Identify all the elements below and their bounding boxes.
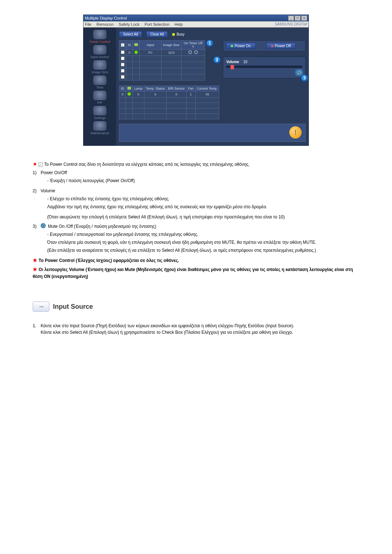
sidebar-item-input-source[interactable]: Input Source [85, 45, 114, 59]
volume-value: 10 [243, 60, 247, 64]
menubar: File Remocon Safety Lock Port Selection … [83, 21, 309, 28]
sidebar-item-pip[interactable]: PIP [85, 91, 114, 104]
volume-slider[interactable] [226, 66, 302, 68]
close-button[interactable]: × [301, 16, 307, 21]
power-on-dot-icon [231, 45, 233, 47]
num: 1. [33, 323, 38, 336]
item-3-c: (Εάν επιλέξετε να αναιρέσετε τις επιλογέ… [47, 247, 359, 254]
ol1b-text: Κάντε κλικ στο Select All (Επιλογή όλων)… [41, 330, 293, 335]
control-panel: Power On Power Off Volume 10 🔊 3 [223, 40, 306, 78]
busy-indicator: Busy [172, 32, 184, 36]
lead-text: Το Power Control σας δίνει τη δυνατότητα… [44, 162, 249, 167]
app-body: Power Control Input Source Image Size Ti… [83, 28, 309, 145]
col-current-temp: Current Temp. [195, 86, 219, 91]
menu-port-selection[interactable]: Port Selection [144, 22, 169, 26]
sidebar-item-time[interactable]: Time [85, 75, 114, 89]
callout-1: 1 [206, 40, 213, 47]
maximize-button[interactable]: □ [295, 16, 301, 21]
star-icon: ★ [33, 161, 37, 167]
row-checkbox[interactable] [121, 57, 124, 60]
checkbox-all[interactable] [121, 43, 124, 47]
row-checkbox[interactable] [121, 50, 124, 54]
table-row[interactable] [119, 56, 205, 62]
table-row[interactable]: 0 PC 16:9 [119, 50, 205, 56]
note-2: ★ Οι λειτουργίες Volume (Ένταση ήχου) κα… [33, 266, 359, 280]
window-controls: _ □ × [288, 16, 307, 21]
minimize-button[interactable]: _ [288, 16, 294, 21]
table-row[interactable] [119, 74, 205, 81]
title-text: Multiple Display Control [85, 16, 127, 20]
col-status [133, 41, 140, 50]
speaker-icon: 🔊 [41, 223, 46, 228]
row-checkbox[interactable] [121, 63, 124, 66]
info-icon[interactable]: ! [289, 126, 302, 139]
sidebar-label: Settings [94, 116, 106, 120]
select-all-button[interactable]: Select All [119, 31, 142, 37]
volume-box: Volume 10 🔊 3 [223, 57, 306, 78]
menu-remocon[interactable]: Remocon [97, 22, 114, 26]
status-icon [127, 87, 131, 90]
item-3-title: Mute On /Off (Έναρξη / παύση μηδενισμού … [48, 223, 156, 230]
cell-lamp: 0 [133, 91, 144, 98]
slider-thumb[interactable] [230, 65, 234, 69]
busy-dot-icon [172, 33, 175, 36]
cell-fan: 1 [187, 91, 196, 98]
cell-input: PC [140, 50, 162, 56]
titlebar: Multiple Display Control _ □ × [83, 15, 309, 21]
sidebar-label: Power Control [89, 40, 110, 44]
sidebar-item-maintenance[interactable]: Maintenance [85, 121, 114, 135]
table-row[interactable] [119, 62, 205, 68]
table-header-row: ID Input Image Size On Timer Off T [119, 41, 205, 50]
col-lamp: Lamp [133, 86, 144, 91]
note-2-text: Οι λειτουργίες Volume (Ένταση ήχου) και … [33, 267, 353, 279]
sidebar-label: Image Size [91, 70, 108, 74]
menu-help[interactable]: Help [175, 22, 183, 26]
cell-image-size: 16:9 [162, 50, 181, 56]
row-checkbox[interactable] [121, 75, 124, 79]
sidebar-item-power-control[interactable]: Power Control [85, 30, 114, 44]
col-temp-status: Temp. Status [144, 86, 167, 91]
power-off-button[interactable]: Power Off [266, 43, 295, 49]
col-on-timer: On Timer Off T [181, 41, 205, 50]
menu-safety-lock[interactable]: Safety Lock [119, 22, 139, 26]
col-check [119, 41, 126, 50]
ol-item-1: 1. Κάντε κλικ στο Input Source (Πηγή Εισ… [33, 323, 359, 336]
col-br-sensor: B/R Sensor [167, 86, 187, 91]
power-on-button[interactable]: Power On [226, 43, 255, 49]
document-body: ★ Το Power Control σας δίνει τη δυνατότη… [33, 160, 359, 336]
status-online-icon [134, 50, 138, 54]
power-on-label: Power On [234, 44, 250, 48]
section-icon: ⟶ [33, 301, 49, 312]
item-2-title: Volume [41, 188, 55, 194]
power-off-dot-icon [271, 45, 273, 47]
busy-label: Busy [176, 32, 184, 36]
table-row[interactable] [119, 68, 205, 74]
cell-ctemp: 49 [195, 91, 219, 98]
item-2: 2) Volume [33, 188, 359, 194]
lead-line: ★ Το Power Control σας δίνει τη δυνατότη… [33, 160, 359, 168]
input-icon [93, 45, 106, 54]
image-size-icon [93, 60, 106, 70]
cell-br: 0 [167, 91, 187, 98]
sidebar-item-settings[interactable]: Settings [85, 106, 114, 120]
app-window: Multiple Display Control _ □ × File Remo… [83, 15, 309, 146]
sidebar-item-image-size[interactable]: Image Size [85, 60, 114, 74]
timer-off-icon [188, 50, 192, 54]
clear-all-button[interactable]: Clear All [146, 31, 168, 37]
display-table: ID Input Image Size On Timer Off T 0 PC [119, 40, 205, 81]
menu-file[interactable]: File [85, 22, 91, 26]
row-checkbox[interactable] [121, 69, 124, 73]
status-icon [134, 43, 138, 46]
item-3-a: - Ενεργοποιεί / απενεργοποιεί τον μηδενι… [47, 231, 359, 238]
section-header: ⟶ Input Source [33, 301, 359, 312]
star-icon: ★ [33, 266, 37, 272]
item-2-c: (Όταν ακυρώνετε την επιλογή ή επιλέγετε … [47, 214, 359, 220]
col-fan: Fan [187, 86, 196, 91]
col-status [126, 86, 133, 91]
item-3: 3) 🔊 Mute On /Off (Έναρξη / παύση μηδενι… [33, 223, 359, 230]
table-header-row: ID Lamp Temp. Status B/R Sensor Fan Curr… [119, 86, 219, 91]
item-3-b: Όταν επιλέγετε μία συσκευή τη φορά, εάν … [47, 239, 359, 246]
brand-logo: SAMSUNG DIGITall [275, 22, 307, 26]
status-table: ID Lamp Temp. Status B/R Sensor Fan Curr… [119, 86, 219, 119]
table-row[interactable]: 0 0 0 0 1 49 [119, 91, 219, 98]
